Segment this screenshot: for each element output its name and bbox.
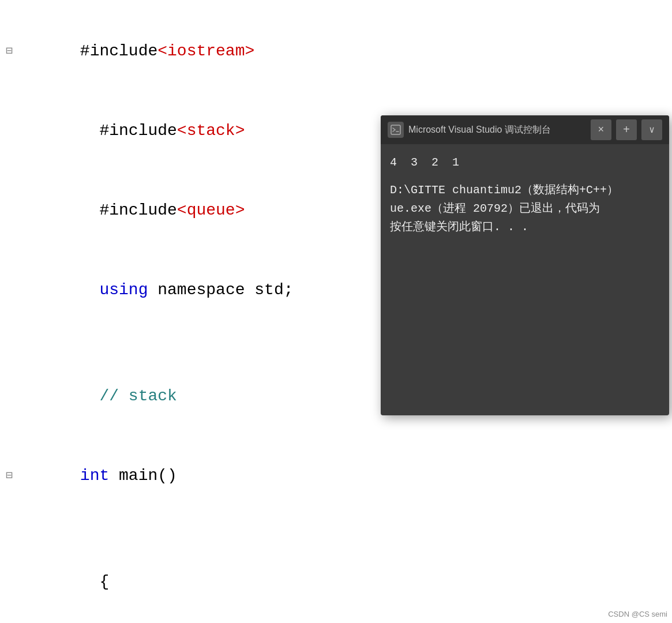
terminal-add-button[interactable]: + — [616, 119, 637, 140]
watermark: CSDN @CS semi — [608, 610, 667, 618]
include-arg: <iostream> — [157, 42, 254, 60]
code-line-8: { — [0, 516, 672, 622]
terminal-app-icon — [388, 122, 404, 138]
terminal-titlebar: Microsoft Visual Studio 调试控制台 × + ∨ — [381, 115, 669, 144]
terminal-body: 4 3 2 1 D:\GITTE chuantimu2（数据结构+C++） ue… — [381, 144, 669, 415]
keyword-include: #include — [80, 42, 157, 60]
collapse-icon-7[interactable]: ⊟ — [6, 463, 22, 489]
terminal-output-numbers: 4 3 2 1 — [390, 153, 660, 172]
code-line-7: ⊟ int main() — [0, 436, 672, 516]
terminal-output-path: D:\GITTE chuantimu2（数据结构+C++） — [390, 181, 660, 200]
code-line-1: ⊟ #include<iostream> — [0, 12, 672, 91]
collapse-icon-1[interactable]: ⊟ — [6, 38, 22, 65]
terminal-title: Microsoft Visual Studio 调试控制台 — [408, 124, 586, 136]
terminal-window: Microsoft Visual Studio 调试控制台 × + ∨ 4 3 … — [381, 115, 669, 415]
terminal-chevron-button[interactable]: ∨ — [641, 119, 662, 140]
terminal-close-button[interactable]: × — [591, 119, 611, 140]
terminal-output-process: ue.exe（进程 20792）已退出，代码为 — [390, 200, 660, 218]
terminal-output-prompt: 按任意键关闭此窗口. . . — [390, 218, 660, 237]
